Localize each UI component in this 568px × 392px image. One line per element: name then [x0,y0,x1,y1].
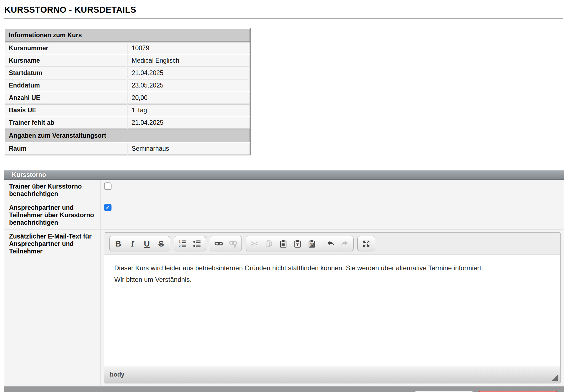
row-label-raum: Raum [5,143,127,155]
toolbar-group-basicstyles: B I U S [109,236,170,251]
toolbar-group-links [210,236,242,251]
email-text-row: Zusätzlicher E-Mail-Text für Ansprechpar… [4,230,564,386]
row-label-kursname: Kursname [5,55,127,67]
italic-button[interactable]: I [125,237,140,250]
italic-icon: I [131,240,134,248]
paste-from-word-button[interactable]: W [305,237,319,250]
svg-text:1: 1 [179,240,181,243]
svg-text:2: 2 [179,244,181,248]
table-row: Enddatum 23.05.2025 [5,80,250,91]
cancel-course-button[interactable]: KURS STORNIEREN [478,391,557,392]
clipboard-word-icon: W [308,240,316,248]
paste-plain-text-button[interactable]: T [290,237,305,250]
editor-resize-handle[interactable] [552,375,558,381]
row-value-enddatum: 23.05.2025 [128,80,250,91]
course-info-table: Informationen zum Kurs Kursnummer 10079 … [4,28,251,155]
row-value-trainer-fehlt-ab: 21.04.2025 [128,117,250,129]
redo-icon [341,239,349,248]
table-row: Kursname Medical Englisch [5,55,250,67]
unlink-icon [229,239,237,248]
link-icon [214,239,223,248]
notify-participants-row: Ansprechpartner und Teilnehmer über Kurs… [4,201,564,230]
action-bar: ABBRECHEN KURS STORNIEREN [4,386,564,392]
row-value-kursnummer: 10079 [128,42,250,54]
table-row: Trainer fehlt ab 21.04.2025 [5,117,250,129]
bold-icon: B [115,240,121,248]
redo-button [338,237,352,250]
scissors-icon: ✂ [251,239,258,248]
maximize-icon [362,240,370,248]
copy-button [262,237,276,250]
email-text-label: Zusätzlicher E-Mail-Text für Ansprechpar… [4,230,101,386]
bulleted-list-icon [193,240,201,248]
bulleted-list-button[interactable] [190,237,204,250]
toolbar-separator [321,238,321,249]
kursstorno-page: KURSSTORNO - KURSDETAILS Informationen z… [0,5,568,392]
row-value-basis-ue: 1 Tag [128,104,250,116]
table-row: Basis UE 1 Tag [5,104,250,116]
editor-toolbar: B I U S 1 2 [104,233,560,255]
undo-button[interactable] [323,237,338,250]
notify-trainer-checkbox[interactable] [104,182,112,190]
table-row: Kursnummer 10079 [5,42,250,54]
underline-button[interactable]: U [140,237,154,250]
editor-status-bar: body [104,366,560,383]
clipboard-text-icon: T [293,240,302,248]
paste-button[interactable] [276,237,290,250]
unlink-button [226,237,240,250]
svg-text:W: W [310,243,313,246]
email-text-paragraph: Dieser Kurs wird leider aus betriebsinte… [114,264,550,272]
svg-text:T: T [296,242,299,247]
numbered-list-button[interactable]: 1 2 [176,237,190,250]
kursstorno-panel: Kursstorno Trainer über Kursstorno benac… [4,170,564,392]
strikethrough-button[interactable]: S [154,237,168,250]
cut-button: ✂ [247,237,262,250]
section-header-course-info: Informationen zum Kurs [5,29,250,42]
section-header-venue: Angaben zum Veranstaltungsort [5,129,250,142]
kursstorno-panel-header: Kursstorno [4,170,564,180]
maximize-button[interactable] [359,237,373,250]
row-value-kursname: Medical Englisch [128,55,250,67]
row-value-startdatum: 21.04.2025 [128,67,250,79]
copy-icon [265,240,273,248]
rich-text-editor: B I U S 1 2 [104,232,561,383]
toolbar-group-clipboard: ✂ [246,236,354,251]
clipboard-icon [279,240,287,248]
notify-participants-checkbox[interactable]: ✓ [104,204,112,211]
row-value-raum: Seminarhaus [128,143,250,155]
table-row: Raum Seminarhaus [5,143,250,155]
row-label-basis-ue: Basis UE [5,104,127,116]
element-path-body[interactable]: body [110,371,124,378]
cancel-button[interactable]: ABBRECHEN [415,391,473,392]
row-label-kursnummer: Kursnummer [5,42,127,54]
link-button[interactable] [211,237,226,250]
email-text-paragraph: Wir bitten um Verständnis. [114,276,550,284]
row-label-startdatum: Startdatum [5,67,127,79]
toolbar-group-lists: 1 2 [174,236,206,251]
table-row: Anzahl UE 20,00 [5,92,250,104]
strikethrough-icon: S [158,240,164,248]
row-label-enddatum: Enddatum [5,80,127,91]
toolbar-group-tools [357,236,375,251]
numbered-list-icon: 1 2 [179,240,187,248]
row-value-anzahl-ue: 20,00 [128,92,250,104]
bold-button[interactable]: B [111,237,125,250]
table-row: Startdatum 21.04.2025 [5,67,250,79]
notify-trainer-label: Trainer über Kursstorno benachrichtigen [4,180,101,201]
notify-participants-label: Ansprechpartner und Teilnehmer über Kurs… [4,201,101,229]
page-title: KURSSTORNO - KURSDETAILS [4,5,563,15]
title-divider [4,18,563,18]
row-label-anzahl-ue: Anzahl UE [5,92,127,104]
underline-icon: U [144,240,150,248]
undo-icon [326,239,335,248]
notify-trainer-row: Trainer über Kursstorno benachrichtigen [4,180,564,201]
editor-content-area[interactable]: Dieser Kurs wird leider aus betriebsinte… [104,255,560,366]
row-label-trainer-fehlt-ab: Trainer fehlt ab [5,117,127,129]
